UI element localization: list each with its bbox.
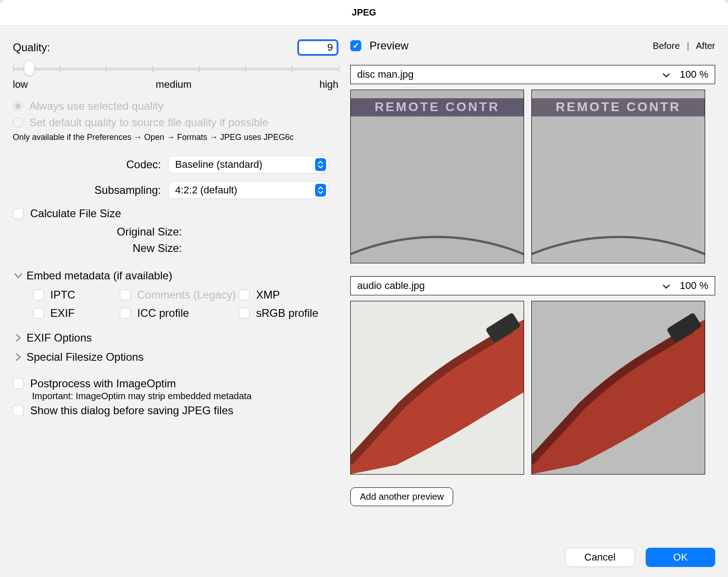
xmp-label: XMP: [256, 288, 280, 301]
before-label: Before: [653, 41, 680, 51]
slider-high-label: high: [319, 79, 338, 91]
preview-before-image[interactable]: [350, 301, 524, 475]
show-dialog-label: Show this dialog before saving JPEG file…: [30, 404, 233, 417]
preview-label: Preview: [369, 39, 408, 52]
embed-metadata-label: Embed metadata (if available): [27, 269, 172, 282]
svg-text:REMOTE  CONTR: REMOTE CONTR: [556, 100, 681, 114]
iptc-checkbox[interactable]: [33, 289, 44, 300]
slider-thumb[interactable]: [24, 60, 35, 76]
slider-medium-label: medium: [156, 79, 192, 91]
exif-checkbox[interactable]: [33, 308, 44, 319]
subsampling-value: 4:2:2 (default): [175, 184, 237, 196]
radio-always-label: Always use selected quality: [29, 100, 163, 112]
comments-checkbox: [120, 289, 131, 300]
preview-after-image[interactable]: [531, 301, 705, 475]
quality-input[interactable]: [297, 39, 338, 56]
xmp-checkbox[interactable]: [239, 289, 250, 300]
postprocess-label: Postprocess with ImageOptim: [30, 377, 176, 390]
dialog-title: JPEG: [0, 0, 728, 26]
icc-checkbox[interactable]: [120, 308, 131, 319]
preview-before-image[interactable]: REMOTE CONTR: [350, 90, 524, 263]
radio-availability-note: Only available if the Preferences → Open…: [13, 133, 338, 142]
show-dialog-checkbox[interactable]: [13, 405, 24, 416]
codec-label: Codec:: [13, 158, 168, 171]
radio-always-selected-quality: [13, 101, 23, 111]
after-label: After: [696, 41, 715, 51]
original-size-label: Original Size:: [13, 225, 187, 238]
slider-low-label: low: [13, 79, 28, 91]
dropdown-icon[interactable]: [663, 69, 680, 80]
filesize-options-label: Special Filesize Options: [27, 351, 144, 363]
preview-file-name[interactable]: audio cable.jpg: [357, 280, 425, 292]
icc-label: ICC profile: [137, 307, 189, 320]
radio-default-to-source: [13, 118, 23, 128]
calculate-file-size-label: Calculate File Size: [30, 207, 121, 220]
preview-checkbox[interactable]: [350, 40, 361, 51]
postprocess-checkbox[interactable]: [13, 378, 24, 389]
srgb-checkbox[interactable]: [239, 308, 250, 319]
exif-label: EXIF: [50, 307, 75, 320]
chevron-right-icon: [13, 334, 24, 342]
quality-slider[interactable]: [13, 63, 338, 75]
ok-button[interactable]: OK: [646, 548, 715, 567]
updown-icon: [315, 184, 326, 197]
chevron-right-icon: [13, 353, 24, 361]
dropdown-icon[interactable]: [663, 280, 680, 292]
chevron-down-icon: [13, 273, 24, 278]
embed-metadata-disclosure[interactable]: Embed metadata (if available): [13, 269, 338, 282]
new-size-label: New Size:: [13, 242, 187, 255]
iptc-label: IPTC: [50, 288, 75, 301]
postprocess-note: Important: ImageOptim may strip embedded…: [32, 391, 338, 401]
svg-text:REMOTE  CONTR: REMOTE CONTR: [375, 100, 500, 114]
subsampling-label: Subsampling:: [13, 184, 168, 197]
codec-select[interactable]: Baseline (standard): [168, 156, 328, 173]
before-after-labels: Before | After: [653, 41, 715, 51]
calculate-file-size-checkbox[interactable]: [13, 208, 24, 219]
exif-options-disclosure[interactable]: EXIF Options: [13, 331, 338, 344]
comments-label: Comments (Legacy): [137, 288, 236, 301]
cancel-button[interactable]: Cancel: [565, 548, 635, 567]
srgb-label: sRGB profile: [256, 307, 318, 320]
preview-after-image[interactable]: REMOTE CONTR: [531, 90, 705, 263]
updown-icon: [315, 158, 326, 171]
preview-zoom[interactable]: 100 %: [680, 280, 708, 292]
add-another-preview-button[interactable]: Add another preview: [350, 487, 453, 506]
codec-value: Baseline (standard): [175, 159, 262, 171]
quality-label: Quality:: [13, 41, 50, 54]
filesize-options-disclosure[interactable]: Special Filesize Options: [13, 351, 338, 363]
preview-zoom[interactable]: 100 %: [680, 69, 708, 80]
radio-default-label: Set default quality to source file quali…: [29, 116, 268, 129]
subsampling-select[interactable]: 4:2:2 (default): [168, 182, 328, 199]
preview-file-name[interactable]: disc man.jpg: [357, 69, 414, 80]
exif-options-label: EXIF Options: [27, 331, 92, 344]
